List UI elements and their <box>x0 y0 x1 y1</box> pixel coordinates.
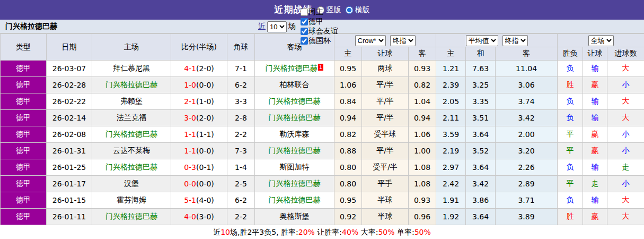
near-link[interactable]: 近 <box>258 22 266 31</box>
winloss-result-cell: 胜 <box>558 209 583 225</box>
table-row: 德甲26-02-14法兰克福3-0(2-0)2-8门兴格拉德巴赫0.94平/半0… <box>1 110 644 126</box>
crow-handicap-cell: 受平/半 <box>362 159 409 176</box>
corner-cell: 3-3 <box>227 93 255 110</box>
crow-handicap-cell: 平手 <box>362 176 409 192</box>
away-team-cell: 门兴格拉德巴赫 <box>255 143 334 159</box>
avg-away-odds-cell: 2.26 <box>496 159 558 176</box>
checkbox-input[interactable] <box>301 28 308 35</box>
header-home: 主场 <box>92 34 171 61</box>
handicap-result-cell: 输 <box>583 110 607 126</box>
avg-draw-odds-cell: 7.63 <box>466 61 496 77</box>
header-crow-handicap: 让球 <box>362 47 409 61</box>
avg-away-odds-cell: 3.89 <box>496 209 558 225</box>
league-cell: 德甲 <box>1 126 47 143</box>
date-cell: 26-01-15 <box>47 192 92 209</box>
europe-stage-select[interactable]: 终指 <box>502 35 528 46</box>
halftime-score: (4-0) <box>196 196 214 204</box>
europe-odds-select-group: 平均值 终指 <box>436 34 558 47</box>
handicap-result-cell: 输 <box>583 93 607 110</box>
handicap-select-group: Crow* 终指 <box>334 34 436 47</box>
bookmaker-select[interactable]: Crow* <box>355 35 386 46</box>
fulltime-score: 1-1 <box>184 130 196 139</box>
goals-result-cell: 大 <box>607 93 644 110</box>
filter-checkbox-球会友谊[interactable]: 球会友谊 <box>297 27 338 36</box>
score-cell: 4-1(2-0) <box>171 61 227 77</box>
handicap-result-cell: 输 <box>583 159 607 176</box>
corner-cell: 6-2 <box>227 192 255 209</box>
avg-home-odds-cell: 2.11 <box>436 110 466 126</box>
handicap-result-cell: 赢 <box>583 143 607 159</box>
header-date: 日期 <box>47 34 92 61</box>
away-team-cell: 门兴格拉德巴赫 <box>255 93 334 110</box>
header-avg-draw: 和 <box>466 47 496 61</box>
avg-away-odds-cell: 2.89 <box>496 176 558 192</box>
winloss-result-cell: 负 <box>558 110 583 126</box>
avg-away-odds-cell: 3.20 <box>496 143 558 159</box>
summary-stat-value: 50% <box>414 228 431 236</box>
results-tbody: 德甲26-03-07拜仁慕尼黑4-1(2-0)7-1门兴格拉德巴赫10.95两球… <box>1 61 644 225</box>
checkbox-input[interactable] <box>301 18 308 25</box>
away-team-name: 门兴格拉德巴赫 <box>269 146 321 155</box>
crow-away-odds-cell: 1.06 <box>409 126 436 143</box>
crow-home-odds-cell: 0.80 <box>334 159 362 176</box>
summary-stat-value: 50% <box>378 228 394 236</box>
home-team-cell: 拜仁慕尼黑 <box>92 61 171 77</box>
fulltime-score: 3-0 <box>184 114 196 122</box>
score-cell: 4-0(3-0) <box>171 209 227 225</box>
score-cell: 3-0(2-0) <box>171 110 227 126</box>
avg-draw-odds-cell: 3.64 <box>466 159 496 176</box>
date-cell: 26-01-31 <box>47 143 92 159</box>
layout-radio-horizontal[interactable]: 横版 <box>346 5 370 15</box>
handicap-stage-select[interactable]: 终指 <box>390 35 416 46</box>
away-team-name: 斯图加特 <box>280 163 310 171</box>
checkbox-input[interactable] <box>301 37 308 45</box>
corner-cell: 2-5 <box>227 176 255 192</box>
goals-result-cell: 小 <box>607 77 644 93</box>
match-count-select[interactable]: 10 <box>267 21 287 32</box>
winloss-result-cell: 平 <box>558 143 583 159</box>
crow-home-odds-cell: 0.80 <box>334 176 362 192</box>
away-team-name: 柏林联合 <box>280 80 310 89</box>
avg-draw-odds-cell: 3.86 <box>466 192 496 209</box>
filter-checkbox-德国杯[interactable]: 德国杯 <box>297 36 338 46</box>
home-team-cell: 弗赖堡 <box>92 93 171 110</box>
crow-away-odds-cell: 0.94 <box>409 110 436 126</box>
crow-away-odds-cell: 0.93 <box>409 61 436 77</box>
checkbox-input[interactable] <box>301 8 308 16</box>
filter-checkbox-同主[interactable]: 同主 <box>297 7 338 17</box>
league-cell: 德甲 <box>1 159 47 176</box>
corner-cell: 7-3 <box>227 143 255 159</box>
table-row: 德甲26-02-22弗赖堡2-1(1-0)3-3门兴格拉德巴赫0.84平/半1.… <box>1 93 644 110</box>
avg-home-odds-cell: 1.21 <box>436 61 466 77</box>
goals-result-cell: 小 <box>607 176 644 192</box>
fulltime-score: 0-0 <box>184 180 196 188</box>
goals-result-cell: 大 <box>607 110 644 126</box>
crow-home-odds-cell: 0.92 <box>334 209 362 225</box>
avg-draw-odds-cell: 3.64 <box>466 126 496 143</box>
home-team-cell: 门兴格拉德巴赫 <box>92 159 171 176</box>
summary-stat-label: 让胜率: <box>315 228 342 236</box>
crow-home-odds-cell: 0.82 <box>334 126 362 143</box>
winloss-result-cell: 负 <box>558 61 583 77</box>
header-handicap-result: 让球 <box>583 47 607 61</box>
halftime-score: (2-0) <box>196 114 214 122</box>
date-cell: 26-02-28 <box>47 77 92 93</box>
score-cell: 1-1(0-0) <box>171 143 227 159</box>
home-team-cell: 云达不莱梅 <box>92 143 171 159</box>
crow-handicap-cell: 平/半 <box>362 110 409 126</box>
avg-home-odds-cell: 2.97 <box>436 159 466 176</box>
filter-bar: 门兴格拉德巴赫 近 10 场 同主德甲球会友谊德国杯 <box>0 20 644 33</box>
fulltime-select[interactable]: 全场 <box>588 35 614 46</box>
date-cell: 26-02-08 <box>47 126 92 143</box>
avg-home-odds-cell: 2.05 <box>436 93 466 110</box>
winloss-result-cell: 负 <box>558 93 583 110</box>
average-select[interactable]: 平均值 <box>466 35 498 46</box>
corner-cell: 2-2 <box>227 126 255 143</box>
winloss-result-cell: 负 <box>558 159 583 176</box>
away-team-name: 奥格斯堡 <box>280 212 310 220</box>
league-cell: 德甲 <box>1 110 47 126</box>
horizontal-radio-input[interactable] <box>346 6 353 14</box>
filter-checkbox-德甲[interactable]: 德甲 <box>297 17 338 27</box>
filter-controls: 近 10 场 同主德甲球会友谊德国杯 <box>258 20 338 33</box>
crow-handicap-cell: 平/半 <box>362 77 409 93</box>
